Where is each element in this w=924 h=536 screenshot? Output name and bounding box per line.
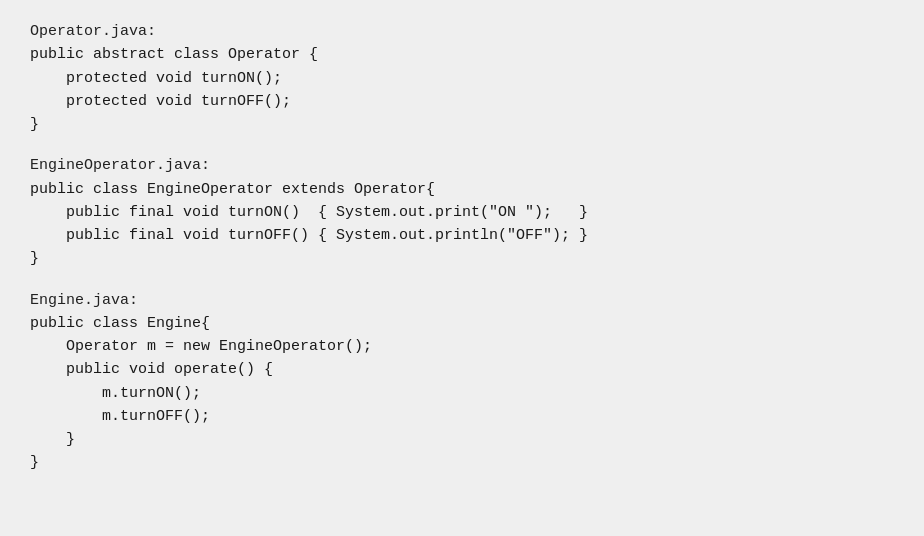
engineoperator-block: EngineOperator.java:public class EngineO… <box>30 154 894 270</box>
code-line: public class EngineOperator extends Oper… <box>30 178 894 201</box>
code-line: protected void turnON(); <box>30 67 894 90</box>
filename-label: Engine.java: <box>30 289 894 312</box>
code-line: public class Engine{ <box>30 312 894 335</box>
code-line: public abstract class Operator { <box>30 43 894 66</box>
operator-block: Operator.java:public abstract class Oper… <box>30 20 894 136</box>
code-line: public final void turnOFF() { System.out… <box>30 224 894 247</box>
filename-label: Operator.java: <box>30 20 894 43</box>
code-container: Operator.java:public abstract class Oper… <box>0 0 924 536</box>
code-line: } <box>30 113 894 136</box>
code-line: public final void turnON() { System.out.… <box>30 201 894 224</box>
code-line: } <box>30 428 894 451</box>
code-line: protected void turnOFF(); <box>30 90 894 113</box>
code-line: public void operate() { <box>30 358 894 381</box>
code-line: } <box>30 451 894 474</box>
filename-label: EngineOperator.java: <box>30 154 894 177</box>
code-line: } <box>30 247 894 270</box>
code-line: Operator m = new EngineOperator(); <box>30 335 894 358</box>
code-line: m.turnON(); <box>30 382 894 405</box>
code-line: m.turnOFF(); <box>30 405 894 428</box>
engine-block: Engine.java:public class Engine{ Operato… <box>30 289 894 475</box>
